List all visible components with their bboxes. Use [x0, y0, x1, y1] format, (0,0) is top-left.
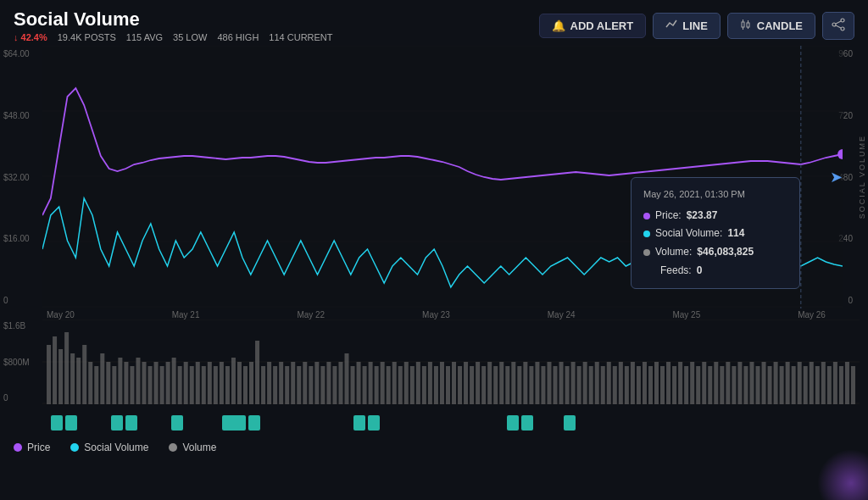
insight-group-2 [111, 415, 137, 431]
svg-rect-62 [291, 362, 295, 404]
svg-rect-137 [737, 362, 742, 404]
svg-rect-82 [410, 366, 415, 404]
svg-rect-69 [332, 366, 337, 404]
insight-bar-8 [353, 415, 365, 431]
svg-rect-117 [619, 362, 623, 404]
legend-social-volume: Social Volume [70, 442, 148, 453]
svg-rect-126 [672, 366, 676, 404]
stat-posts: 19.4K POSTS [58, 32, 116, 42]
svg-rect-66 [314, 362, 319, 404]
stat-current: 114 CURRENT [269, 32, 332, 42]
x-label-may26: May 26 [798, 310, 826, 319]
line-button[interactable]: LINE [653, 13, 721, 39]
legend-price-label: Price [27, 442, 50, 453]
svg-rect-49 [214, 366, 218, 404]
svg-rect-145 [786, 362, 790, 404]
svg-rect-76 [375, 366, 379, 404]
svg-rect-127 [678, 362, 682, 404]
volume-chart-svg: // Generate volume bars const bars = [ [… [42, 319, 860, 404]
svg-rect-33 [118, 358, 122, 404]
svg-rect-51 [225, 366, 230, 404]
svg-rect-40 [160, 366, 164, 404]
svg-rect-79 [392, 362, 397, 404]
svg-rect-149 [810, 362, 814, 404]
svg-rect-95 [487, 362, 492, 404]
svg-rect-75 [369, 362, 373, 404]
stat-avg: 115 AVG [126, 32, 163, 42]
insight-group-4 [222, 415, 260, 431]
svg-rect-142 [768, 366, 772, 404]
svg-rect-91 [464, 362, 468, 404]
legend-volume: Volume [169, 442, 216, 453]
insight-group-1 [51, 415, 77, 431]
tooltip-volume-row: Volume: $46,083,825 [643, 243, 787, 262]
svg-rect-56 [255, 341, 259, 404]
svg-rect-73 [357, 362, 361, 404]
svg-rect-132 [708, 366, 712, 404]
svg-rect-50 [220, 362, 224, 404]
svg-rect-63 [297, 366, 301, 404]
svg-rect-43 [178, 366, 182, 404]
vol-label-16b: $1.6B [3, 321, 30, 331]
svg-rect-131 [702, 362, 706, 404]
insight-group-3 [171, 415, 183, 431]
svg-rect-47 [202, 366, 206, 404]
svg-rect-106 [554, 366, 558, 404]
svg-rect-48 [208, 362, 212, 404]
insight-bar-5 [171, 415, 183, 431]
insight-bar-3 [111, 415, 123, 431]
page-title: Social Volume [14, 8, 333, 31]
button-group: 🔔 ADD ALERT LINE CANDLE [539, 12, 854, 40]
volume-dot [643, 249, 650, 256]
insight-bar-11 [521, 415, 533, 431]
svg-rect-100 [517, 366, 521, 404]
svg-rect-99 [511, 362, 515, 404]
svg-rect-41 [166, 362, 170, 404]
candle-button[interactable]: CANDLE [727, 13, 815, 39]
svg-rect-153 [833, 362, 837, 404]
line-icon [665, 19, 677, 33]
svg-rect-29 [94, 366, 98, 404]
svg-rect-116 [613, 366, 617, 404]
legend-volume-label: Volume [182, 442, 216, 453]
insight-bar-9 [368, 415, 380, 431]
svg-rect-154 [839, 366, 843, 404]
svg-rect-3 [747, 23, 749, 27]
legend-volume-dot [169, 443, 177, 452]
svg-rect-111 [583, 362, 587, 404]
svg-rect-135 [726, 362, 730, 404]
svg-rect-156 [851, 366, 855, 404]
svg-rect-152 [827, 366, 832, 404]
insight-bar-4 [125, 415, 137, 431]
svg-rect-110 [577, 366, 581, 404]
candle-icon [740, 19, 752, 33]
svg-rect-96 [493, 366, 498, 404]
share-button[interactable] [822, 12, 854, 40]
svg-rect-123 [654, 362, 659, 404]
nav-arrow-right[interactable]: ➤ [830, 168, 843, 186]
y-label-0: 0 [3, 296, 30, 305]
stat-change: ↓ 42.4% [14, 32, 47, 42]
svg-rect-133 [714, 362, 718, 404]
svg-rect-60 [279, 362, 283, 404]
vol-label-0: 0 [3, 393, 30, 403]
svg-rect-140 [755, 366, 760, 404]
svg-rect-52 [231, 358, 236, 404]
add-alert-button[interactable]: 🔔 ADD ALERT [539, 14, 647, 38]
svg-rect-81 [404, 362, 409, 404]
svg-rect-85 [428, 362, 432, 404]
social-dot [643, 231, 650, 237]
svg-rect-124 [660, 366, 665, 404]
svg-rect-55 [249, 362, 253, 404]
x-axis-labels: May 20 May 21 May 22 May 23 May 24 May 2… [0, 308, 868, 319]
svg-rect-27 [82, 345, 86, 404]
insights-row [0, 408, 868, 438]
tooltip: May 26, 2021, 01:30 PM Price: $23.87 Soc… [631, 177, 800, 289]
svg-rect-115 [607, 362, 611, 404]
svg-rect-101 [523, 362, 527, 404]
svg-rect-30 [100, 353, 104, 404]
title-section: Social Volume ↓ 42.4% 19.4K POSTS 115 AV… [14, 8, 333, 42]
svg-rect-80 [398, 366, 403, 404]
svg-rect-122 [648, 366, 653, 404]
svg-rect-118 [625, 366, 629, 404]
